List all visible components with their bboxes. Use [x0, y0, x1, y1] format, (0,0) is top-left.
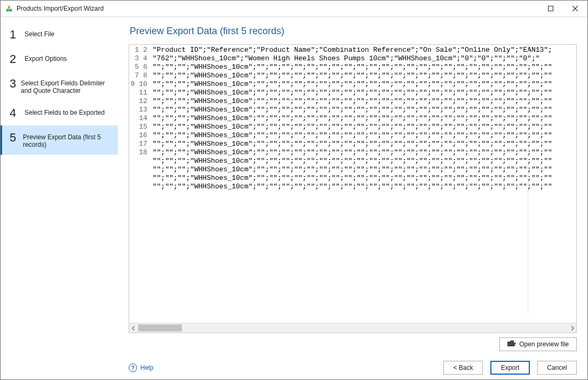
wizard-step-1[interactable]: 1Select File — [1, 22, 118, 47]
svg-rect-0 — [549, 6, 553, 11]
help-link[interactable]: ? Help — [129, 363, 154, 372]
wizard-step-5[interactable]: 5Preview Export Data (first 5 records) — [1, 125, 118, 155]
wizard-step-4[interactable]: 4Select Fields to be Exported — [1, 101, 118, 125]
cancel-label: Cancel — [547, 364, 567, 371]
open-preview-file-button[interactable]: Open preview file — [499, 337, 577, 351]
app-icon — [5, 4, 13, 13]
step-label: Export Options — [21, 53, 67, 62]
help-label: Help — [140, 364, 154, 371]
preview-editor: 1 2 3 4 5 6 7 8 9 10 11 12 13 14 15 16 1… — [129, 44, 577, 333]
wizard-window: Products Import/Export Wizard 1Select Fi… — [0, 0, 588, 380]
scroll-left-icon[interactable] — [129, 323, 138, 332]
step-label: Select Fields to be Exported — [21, 107, 105, 116]
step-number: 1 — [10, 29, 21, 41]
scroll-thumb[interactable] — [138, 324, 182, 331]
scroll-right-icon[interactable] — [567, 323, 576, 332]
step-label: Select File — [21, 29, 54, 38]
step-number: 4 — [10, 107, 21, 119]
step-number: 5 — [10, 132, 20, 144]
back-label: < Back — [453, 364, 473, 371]
step-label: Preview Export Data (first 5 records) — [20, 132, 112, 148]
help-icon: ? — [129, 363, 137, 372]
export-label: Export — [501, 364, 520, 371]
wizard-step-3[interactable]: 3Select Export Fields Delimiter and Quot… — [1, 72, 118, 101]
wizard-step-2[interactable]: 2Export Options — [1, 47, 118, 72]
open-preview-file-label: Open preview file — [519, 341, 569, 348]
folder-open-icon — [507, 341, 516, 349]
step-number: 3 — [10, 78, 18, 90]
maximize-button[interactable] — [538, 1, 563, 17]
window-title: Products Import/Export Wizard — [17, 5, 104, 12]
preview-text[interactable]: "Product ID";"Reference";"Product Name";… — [150, 45, 576, 323]
step-number: 2 — [10, 53, 21, 65]
back-button[interactable]: < Back — [443, 361, 483, 375]
cancel-button[interactable]: Cancel — [537, 361, 577, 375]
titlebar: Products Import/Export Wizard — [1, 1, 587, 17]
wizard-steps-sidebar: 1Select File2Export Options3Select Expor… — [1, 17, 118, 380]
line-gutter: 1 2 3 4 5 6 7 8 9 10 11 12 13 14 15 16 1… — [129, 45, 150, 323]
export-button[interactable]: Export — [490, 361, 530, 375]
step-label: Select Export Fields Delimiter and Quote… — [18, 78, 112, 94]
page-heading: Preview Export Data (first 5 records) — [130, 26, 577, 37]
close-button[interactable] — [563, 1, 587, 17]
horizontal-scrollbar[interactable] — [129, 323, 576, 332]
scroll-track[interactable] — [138, 323, 567, 332]
